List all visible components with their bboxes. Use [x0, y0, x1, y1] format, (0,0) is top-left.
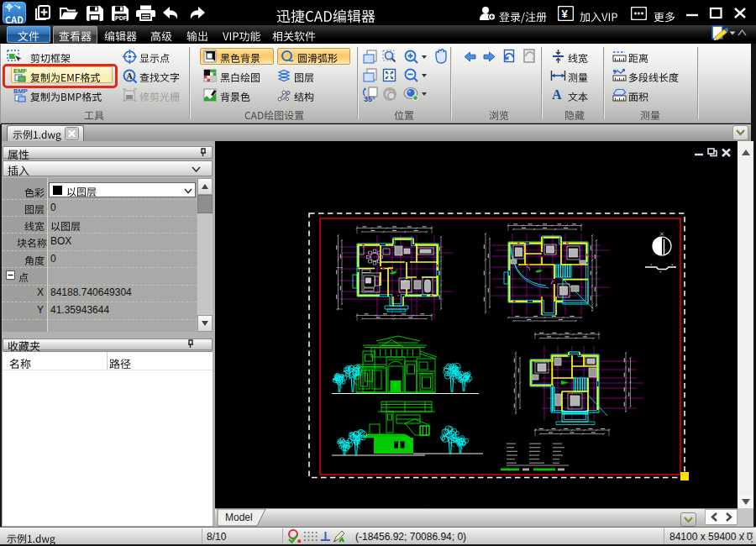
svg-text:A: A — [552, 87, 562, 101]
svg-text:¥: ¥ — [562, 8, 569, 20]
svg-text:BMP: BMP — [13, 87, 28, 95]
svg-text:PDF: PDF — [115, 15, 128, 21]
svg-text:35°: 35° — [364, 95, 375, 102]
svg-text:A: A — [127, 71, 134, 81]
